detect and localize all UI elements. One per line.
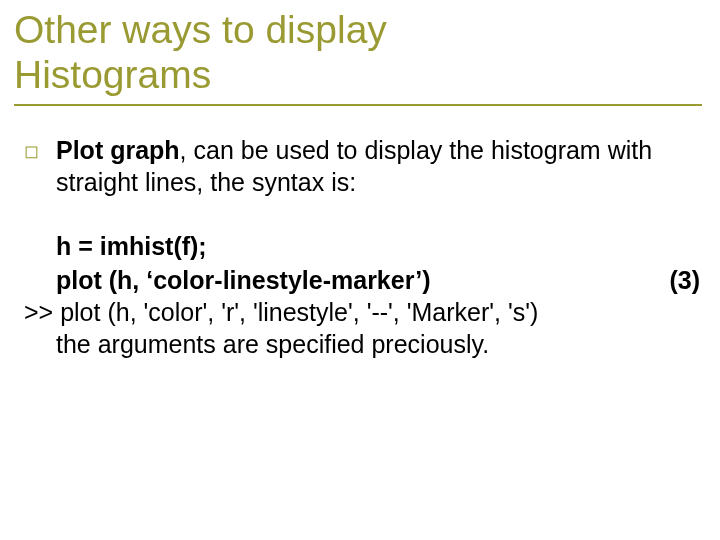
slide-body: ◻ Plot graph, can be used to display the… bbox=[12, 134, 700, 360]
slide: Other ways to display Histograms ◻ Plot … bbox=[0, 0, 720, 540]
slide-title: Other ways to display Histograms bbox=[12, 8, 700, 98]
code-line-1: h = imhist(f); bbox=[24, 230, 700, 262]
code-line-2: plot (h, ‘color-linestyle-marker’) (3) bbox=[24, 264, 700, 296]
square-bullet-icon: ◻ bbox=[24, 140, 40, 163]
code-line-2-text: plot (h, ‘color-linestyle-marker’) bbox=[56, 264, 661, 296]
bullet-bold: Plot graph bbox=[56, 136, 180, 164]
equation-number: (3) bbox=[661, 264, 700, 296]
title-line-1: Other ways to display bbox=[14, 8, 387, 51]
closing-line: the arguments are specified preciously. bbox=[24, 328, 700, 360]
bullet-text: Plot graph, can be used to display the h… bbox=[56, 134, 700, 198]
title-underline bbox=[14, 104, 702, 106]
title-line-2: Histograms bbox=[14, 53, 211, 96]
prompt-line: >> plot (h, 'color', 'r', 'linestyle', '… bbox=[24, 296, 700, 328]
bullet-item: ◻ Plot graph, can be used to display the… bbox=[24, 134, 700, 198]
